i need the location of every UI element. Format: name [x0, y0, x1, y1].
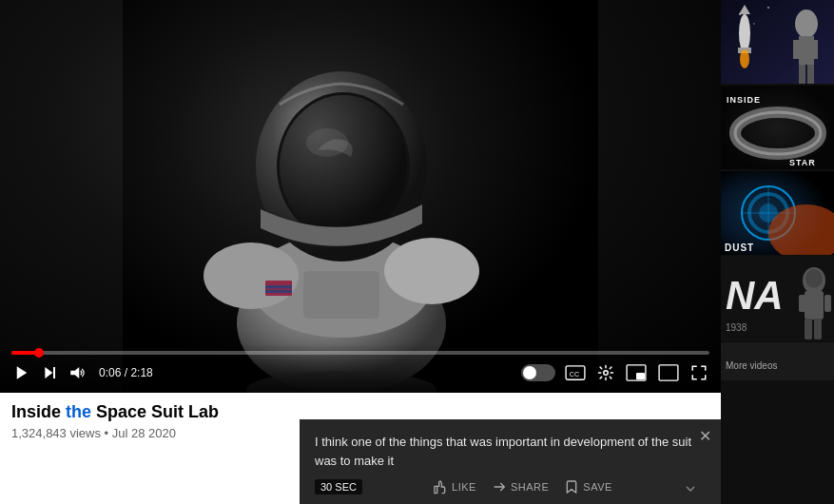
svg-rect-11	[303, 271, 379, 319]
svg-point-23	[604, 371, 609, 376]
sidebar-thumb-2[interactable]: INSIDE STAR	[721, 86, 834, 169]
thumb-img-1	[721, 0, 834, 84]
title-text-after: Space Suit Lab	[91, 402, 219, 421]
svg-rect-40	[807, 65, 814, 84]
video-controls: 0:06 / 2:18 CC	[0, 343, 721, 393]
svg-marker-17	[17, 366, 28, 379]
svg-rect-13	[265, 281, 292, 285]
settings-button[interactable]	[595, 362, 616, 383]
svg-text:More videos: More videos	[726, 360, 777, 371]
progress-bar[interactable]	[11, 351, 709, 355]
share-action-button[interactable]: SHARE	[492, 479, 549, 494]
svg-rect-62	[805, 319, 812, 339]
svg-point-29	[767, 7, 769, 9]
chevron-down[interactable]	[683, 481, 698, 496]
video-player: 0:06 / 2:18 CC	[0, 0, 721, 393]
svg-rect-60	[799, 295, 805, 312]
sidebar-thumb-3[interactable]: DUST	[721, 171, 834, 255]
svg-text:1938: 1938	[726, 322, 747, 333]
thumb-img-4: NA 1938	[721, 257, 834, 340]
sidebar-thumb-5[interactable]: More videos	[721, 342, 834, 380]
svg-point-31	[739, 14, 750, 52]
thumb1-svg	[721, 0, 834, 84]
fullscreen-button[interactable]	[689, 362, 709, 383]
svg-rect-26	[659, 365, 678, 380]
svg-text:DUST: DUST	[725, 242, 754, 253]
sidebar-thumb-1[interactable]	[721, 0, 834, 84]
subtitle-text: I think one of the things that was impor…	[315, 433, 706, 470]
thumb4-svg: NA 1938	[721, 257, 834, 340]
share-label: SHARE	[511, 481, 549, 493]
thumb-img-2: INSIDE STAR	[721, 86, 834, 169]
svg-text:INSIDE: INSIDE	[727, 95, 761, 105]
current-time: 0:06	[99, 366, 121, 379]
save-label: SAVE	[583, 481, 612, 493]
view-count: 1,324,843 views	[11, 426, 101, 440]
svg-rect-14	[265, 288, 292, 290]
progress-dot	[34, 348, 44, 358]
volume-button[interactable]	[67, 362, 87, 383]
mini-player-button[interactable]	[624, 362, 649, 383]
svg-rect-59	[805, 291, 824, 320]
video-background	[0, 0, 721, 393]
toggle-knob	[523, 366, 536, 379]
thumb-img-3: DUST	[721, 171, 834, 255]
title-highlight: the	[66, 402, 91, 421]
svg-text:STAR: STAR	[789, 158, 816, 167]
subtitle-close-button[interactable]: ✕	[699, 427, 711, 445]
video-info: Inside the Space Suit Lab 1,324,843 view…	[0, 393, 721, 504]
left-panel: 0:06 / 2:18 CC	[0, 0, 721, 504]
svg-point-9	[280, 95, 407, 238]
svg-rect-39	[799, 65, 805, 84]
time-display: 0:06 / 2:18	[99, 366, 153, 379]
thumb3-svg: DUST	[721, 171, 834, 255]
svg-point-58	[805, 269, 823, 288]
title-text-before: Inside	[11, 402, 66, 421]
meta-separator: •	[105, 426, 112, 440]
thumb5-svg: More videos	[721, 342, 834, 380]
controls-row: 0:06 / 2:18 CC	[11, 362, 709, 383]
progress-fill	[11, 351, 39, 355]
next-button[interactable]	[40, 363, 59, 382]
svg-rect-15	[265, 293, 292, 296]
right-sidebar: INSIDE STAR	[721, 0, 834, 504]
svg-point-30	[753, 23, 755, 25]
svg-rect-25	[636, 373, 645, 379]
svg-text:NA: NA	[726, 273, 784, 318]
theater-button[interactable]	[656, 362, 681, 383]
svg-point-35	[795, 10, 818, 38]
cc-button[interactable]: CC	[563, 362, 588, 383]
subtitle-toggle[interactable]	[521, 364, 555, 381]
save-action-button[interactable]: SAVE	[564, 479, 612, 494]
svg-rect-61	[824, 295, 831, 312]
svg-rect-37	[793, 40, 800, 59]
sidebar-thumb-4[interactable]: NA 1938	[721, 257, 834, 340]
subtitle-actions: 30 SEC LIKE SHARE	[315, 477, 706, 496]
svg-rect-38	[811, 40, 818, 59]
svg-marker-20	[70, 367, 79, 378]
like-action-button[interactable]: LIKE	[433, 479, 476, 494]
thumb2-svg: INSIDE STAR	[721, 86, 834, 169]
astronaut-illustration	[123, 0, 598, 393]
svg-point-3	[204, 242, 299, 309]
timer-badge: 30 SEC	[315, 479, 362, 494]
svg-marker-18	[45, 367, 52, 378]
like-label: LIKE	[452, 481, 476, 493]
svg-text:CC: CC	[570, 370, 579, 378]
svg-point-34	[740, 49, 749, 68]
play-button[interactable]	[11, 362, 32, 383]
subtitle-popup: ✕ I think one of the things that was imp…	[300, 419, 721, 504]
total-time: 2:18	[130, 366, 152, 379]
svg-rect-63	[814, 319, 822, 339]
svg-point-4	[384, 238, 479, 304]
thumb-img-5: More videos	[721, 342, 834, 380]
svg-rect-19	[53, 367, 55, 378]
main-layout: 0:06 / 2:18 CC	[0, 0, 834, 504]
upload-date: Jul 28 2020	[112, 426, 176, 440]
